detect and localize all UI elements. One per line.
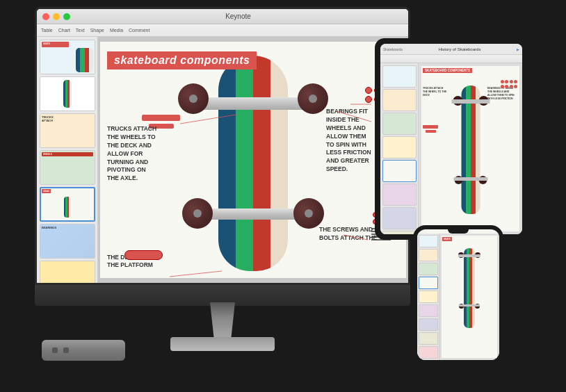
window-title: Keynote [74,13,403,20]
truck-top [191,97,316,110]
ipad-thumb-4[interactable] [382,136,417,158]
slide-canvas: skateboard components TRUCKS ATTACH THE … [100,42,406,278]
ipad-topbar: Skateboards History of Skateboards ▶ [380,44,522,55]
monitor-screen: Keynote Table Chart Text Shape Media Com… [35,7,410,285]
chart-button[interactable]: Chart [58,28,70,33]
slide-thumb-3[interactable]: TRUCKSATTACH [40,113,95,148]
minimize-button[interactable] [53,13,60,20]
ipad-screen: Skateboards History of Skateboards ▶ [380,44,522,234]
shape-button[interactable]: Shape [90,28,104,33]
slide-title: skateboard components [107,51,257,70]
mac-mini-port-2 [63,348,69,353]
table-button[interactable]: Table [41,28,53,33]
media-button[interactable]: Media [110,28,123,33]
slide-thumb-1[interactable]: SKATE [40,40,95,74]
slide-thumb-7[interactable] [40,261,95,283]
wheel-top-right [298,83,328,114]
monitor: Keynote Table Chart Text Shape Media Com… [35,7,424,306]
ipad-slide-list[interactable] [380,63,419,234]
monitor-stand-neck [202,302,243,341]
ipad-canvas: SKATEBOARD COMPONENTS [421,66,519,231]
iphone-canvas: SKATE [442,236,497,358]
slide-thumb-5[interactable]: skate [40,187,95,222]
close-button[interactable] [42,13,49,20]
ipad-main: SKATEBOARD COMPONENTS [419,63,522,234]
ipad-slide-title: SKATEBOARD COMPONENTS [423,68,472,73]
iphone[interactable]: SKATE [413,225,503,364]
titlebar: Keynote [37,9,408,24]
iphone-slide-list[interactable] [417,234,439,360]
wheel-bottom-left [182,198,213,229]
iphone-thumb-2[interactable] [419,249,438,261]
ipad-thumb-5[interactable] [382,160,417,182]
ipad-title: History of Skateboards [403,47,517,51]
iphone-thumb-9[interactable] [419,346,438,359]
toolbar: Table Chart Text Shape Media Comment [37,24,408,37]
slide-panel[interactable]: SKATE TRUCKSATTACH WHEELS [37,37,98,283]
keynote-body: SKATE TRUCKSATTACH WHEELS [37,37,408,283]
ipad-thumb-3[interactable] [382,113,417,135]
ipad[interactable]: Skateboards History of Skateboards ▶ [375,38,528,240]
iphone-thumb-4[interactable] [419,277,438,289]
mac-mini [42,340,125,361]
iphone-thumb-8[interactable] [419,332,438,345]
skateboard [177,42,330,278]
iphone-thumb-7[interactable] [419,318,438,331]
ipad-thumb-1[interactable] [382,65,417,88]
main-canvas[interactable]: skateboard components TRUCKS ATTACH THE … [98,37,408,283]
slide-thumb-4[interactable]: WHEELS [40,150,95,185]
iphone-screen: SKATE [417,229,499,360]
iphone-main: SKATE [439,234,499,360]
fullscreen-button[interactable] [63,13,70,20]
iphone-thumb-3[interactable] [419,263,438,275]
iphone-thumb-6[interactable] [419,304,438,317]
ipad-thumb-6[interactable] [382,183,417,206]
wheel-top-left [178,83,209,114]
ipad-thumb-8[interactable] [382,231,417,234]
mac-mini-port-1 [52,348,58,353]
ipad-thumb-7[interactable] [382,207,417,229]
iphone-thumb-5[interactable] [419,291,438,303]
iphone-body: SKATE [417,234,499,360]
iphone-thumb-1[interactable] [419,235,438,247]
monitor-stand-base [170,337,275,351]
slide-thumb-6[interactable]: BEARINGS [40,224,95,259]
wheel-bottom-right [293,198,324,229]
label-trucks: TRUCKS ATTACH THE WHEELS TO THE DECK AND… [107,125,177,183]
comment-button[interactable]: Comment [129,28,149,33]
ipad-toolbar [380,55,522,63]
ipad-body: SKATEBOARD COMPONENTS [380,63,522,234]
ipad-thumb-2[interactable] [382,89,417,111]
text-button[interactable]: Text [76,28,85,33]
slide-thumb-2[interactable] [40,76,95,111]
